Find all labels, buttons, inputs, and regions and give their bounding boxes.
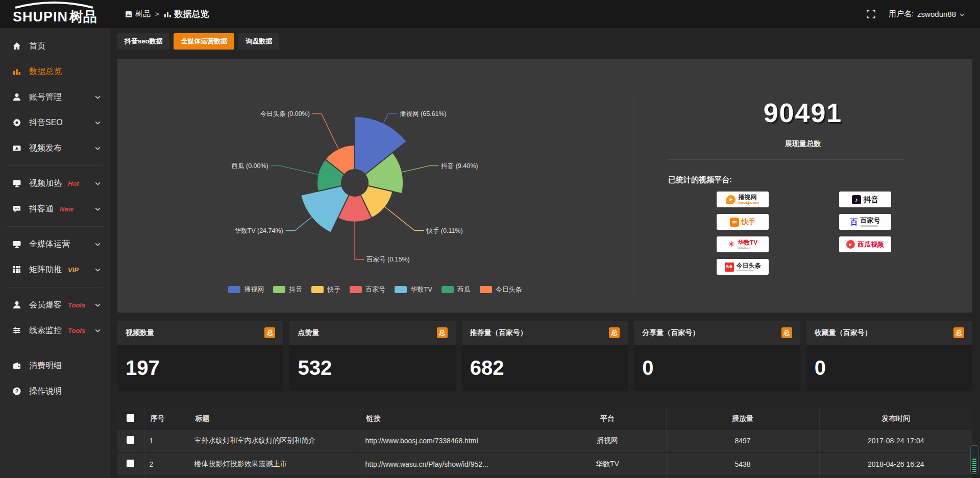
row-checkbox[interactable]	[127, 460, 134, 467]
wasu-logo-icon: ✳	[728, 240, 735, 249]
sidebar-item-8[interactable]: 全媒体运营	[0, 231, 110, 257]
legend-swatch	[442, 286, 454, 293]
sidebar-item-11[interactable]: 线索监控Tools	[0, 318, 110, 343]
table-header-1: 序号	[144, 409, 189, 429]
chat-icon	[12, 204, 21, 213]
help-icon: ?	[12, 387, 21, 396]
cell-seq: 1	[144, 429, 189, 452]
cell-platform: 华数TV	[549, 452, 666, 476]
sidebar-item-6[interactable]: 视频加热Hot	[0, 171, 110, 196]
username-value: zswodun88	[917, 10, 956, 18]
legend-label: 快手	[327, 285, 340, 294]
stat-card-total-badge[interactable]: 总	[953, 327, 964, 338]
legend-swatch	[395, 286, 407, 293]
stat-card-total-badge[interactable]: 总	[264, 327, 275, 338]
stat-cards-row: 视频数量总197点赞量总532推荐量（百家号）总682分享量（百家号）总0收藏量…	[117, 321, 972, 391]
platform-badges-column-1: ▶播视网boosj.com8快手✳华数TVwasu.cn头条今日头条	[717, 192, 769, 275]
pie-slice-华数TV[interactable]	[301, 186, 349, 233]
stat-card-total-badge[interactable]: 总	[781, 327, 792, 338]
sidebar-item-3[interactable]: 账号管理	[0, 84, 110, 110]
monitor-icon	[12, 179, 21, 188]
cell-link[interactable]: http://www.wasu.cn/Play/show/id/952...	[360, 452, 549, 476]
rose-chart: 播视网 (65.61%)抖音 (9.40%)快手 (0.11%)百家号 (0.1…	[117, 59, 633, 313]
app-logo[interactable]: SHUPIN 树品	[0, 0, 110, 28]
stat-card-value: 0	[634, 345, 800, 390]
platform-tagline	[861, 225, 878, 227]
sidebar-item-2[interactable]: 数据总览	[0, 59, 110, 84]
fullscreen-icon[interactable]	[867, 10, 875, 18]
platform-sub: boosj.com	[738, 201, 758, 205]
sidebar-item-label: 线索监控	[29, 325, 62, 336]
sidebar-item-7[interactable]: 抖客通New	[0, 196, 110, 222]
sidebar-item-label: 抖客通	[29, 204, 54, 214]
sidebar-item-tag: Hot	[68, 180, 79, 187]
sidebar-item-1[interactable]: 首页	[0, 33, 110, 59]
breadcrumb-current-label: 数据总览	[175, 8, 209, 20]
platform-badge-今日头条: 头条今日头条	[717, 259, 769, 275]
kuaishou-logo-icon: 8	[730, 218, 739, 227]
chevron-down-icon	[95, 121, 101, 125]
cell-title[interactable]: 楼体投影灯投影效果震撼上市	[189, 452, 360, 476]
cell-platform: 播视网	[549, 429, 666, 452]
stat-card-2: 点赞量总532	[289, 321, 455, 391]
stat-card-total-badge[interactable]: 总	[609, 327, 620, 338]
gear-icon	[12, 118, 21, 127]
table-header-5: 播放量	[666, 409, 819, 429]
sidebar-item-12[interactable]: 消费明细	[0, 353, 110, 378]
stat-card-header: 点赞量总	[289, 321, 455, 345]
sidebar-item-13[interactable]: ?操作说明	[0, 378, 110, 404]
stat-card-title: 分享量（百家号）	[642, 328, 699, 338]
stat-card-title: 推荐量（百家号）	[470, 328, 527, 338]
tab-2[interactable]: 全媒体运营数据	[174, 33, 234, 50]
legend-item-播视网[interactable]: 播视网	[228, 285, 264, 294]
sidebar-item-tag: Tools	[68, 301, 85, 309]
sidebar-divider	[7, 226, 103, 227]
stat-card-1: 视频数量总197	[117, 321, 283, 391]
legend-label: 今日头条	[496, 285, 522, 294]
stat-card-4: 分享量（百家号）总0	[634, 321, 800, 391]
tab-1[interactable]: 抖音seo数据	[117, 33, 169, 50]
stat-card-value: 0	[806, 345, 972, 390]
legend-swatch	[350, 286, 362, 293]
cell-seq: 2	[144, 452, 189, 476]
breadcrumb-root[interactable]: 树品	[125, 9, 151, 19]
sidebar-item-label: 会员爆客	[29, 300, 62, 310]
pie-label-line	[271, 166, 318, 175]
logo-text-en: SHUPIN	[13, 10, 68, 24]
legend-item-西瓜[interactable]: 西瓜	[442, 285, 471, 294]
sidebar-item-tag: New	[60, 205, 74, 213]
sidebar-item-label: 数据总览	[29, 66, 62, 77]
stat-card-header: 推荐量（百家号）总	[462, 321, 628, 345]
user-menu[interactable]: 用户名: zswodun88	[889, 9, 965, 19]
toutiao-logo-icon: 头条	[725, 262, 734, 272]
breadcrumb-current[interactable]: 数据总览	[164, 8, 209, 20]
pie-label-抖音: 抖音 (9.40%)	[440, 162, 478, 170]
screen-icon	[12, 240, 21, 249]
legend-item-华数TV[interactable]: 华数TV	[395, 285, 432, 294]
sidebar-item-10[interactable]: 会员爆客Tools	[0, 292, 110, 318]
cell-title[interactable]: 室外水纹灯和室内水纹灯的区别和简介	[189, 429, 360, 452]
stat-card-total-badge[interactable]: 总	[437, 327, 448, 338]
sidebar-item-5[interactable]: 视频发布	[0, 135, 110, 161]
pie-label-快手: 快手 (0.11%)	[426, 227, 462, 234]
select-all-checkbox[interactable]	[127, 414, 134, 422]
scrollbar[interactable]	[970, 445, 978, 474]
table-header-6: 发布时间	[819, 409, 972, 429]
sliders-icon	[12, 326, 21, 335]
legend-item-百家号[interactable]: 百家号	[350, 285, 385, 294]
sidebar-item-9[interactable]: 矩阵助推VIP	[0, 257, 110, 282]
cell-link[interactable]: http://www.boosj.com/7338468.html	[360, 429, 549, 452]
legend-item-今日头条[interactable]: 今日头条	[480, 285, 522, 294]
row-checkbox[interactable]	[127, 436, 134, 444]
sidebar-item-4[interactable]: 抖音SEO	[0, 110, 110, 135]
platforms-label: 已统计的视频平台:	[668, 175, 732, 185]
tab-3[interactable]: 询盘数据	[238, 33, 279, 50]
scrollbar-handle[interactable]	[972, 459, 976, 472]
sidebar-item-label: 视频加热	[29, 178, 62, 189]
legend-item-快手[interactable]: 快手	[311, 285, 340, 294]
rose-chart-svg: 播视网 (65.61%)抖音 (9.40%)快手 (0.11%)百家号 (0.1…	[117, 59, 633, 278]
pie-label-百家号: 百家号 (0.15%)	[366, 256, 410, 263]
sidebar-item-label: 抖音SEO	[29, 117, 63, 128]
svg-text:?: ?	[15, 388, 18, 394]
legend-item-抖音[interactable]: 抖音	[273, 285, 302, 294]
